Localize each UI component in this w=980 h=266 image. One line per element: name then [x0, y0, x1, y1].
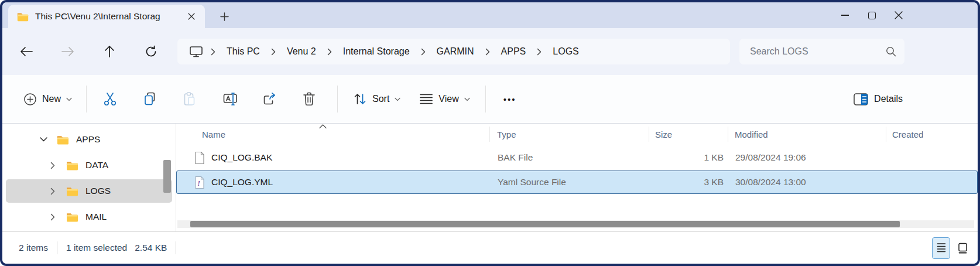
details-view-button[interactable] [932, 237, 950, 259]
details-button[interactable]: Details [848, 88, 909, 110]
trash-icon [302, 91, 316, 107]
sidebar-item-label: MAIL [85, 212, 107, 222]
selection-count: 1 item selected [66, 243, 127, 253]
rename-icon [221, 91, 238, 107]
sort-button[interactable]: Sort [346, 87, 407, 111]
yaml-file-icon: ! [194, 176, 205, 189]
sidebar-item-apps[interactable]: APPS [6, 128, 172, 151]
chevron-right-icon[interactable] [48, 213, 57, 221]
chevron-right-icon [205, 48, 221, 56]
view-label: View [438, 94, 458, 104]
minimize-icon [841, 15, 849, 16]
address-bar[interactable]: This PC Venu 2 Internal Storage GARMIN A… [177, 39, 730, 64]
folder-icon [16, 11, 29, 22]
copy-button[interactable] [130, 83, 170, 115]
sidebar-item-data[interactable]: DATA [6, 154, 172, 177]
share-button[interactable] [249, 83, 289, 115]
folder-icon [66, 160, 79, 171]
forward-button[interactable] [59, 42, 77, 62]
selection-size: 2.54 KB [135, 243, 167, 253]
chevron-right-icon[interactable] [48, 187, 57, 195]
new-tab-button[interactable] [217, 9, 232, 24]
back-icon [19, 46, 33, 57]
cut-button[interactable] [90, 83, 130, 115]
column-header-modified[interactable]: Modified [728, 124, 886, 145]
up-button[interactable] [101, 42, 118, 62]
new-label: New [42, 94, 61, 104]
refresh-icon [145, 45, 157, 58]
chevron-right-icon [480, 48, 495, 56]
horizontal-scrollbar[interactable] [177, 220, 974, 228]
svg-text:!: ! [197, 178, 200, 187]
search-icon[interactable] [886, 46, 896, 57]
sidebar-scrollbar[interactable] [163, 160, 171, 193]
column-header-type[interactable]: Type [490, 124, 649, 145]
view-icon [419, 93, 433, 105]
close-button[interactable] [885, 4, 912, 27]
chevron-right-icon [322, 48, 337, 56]
maximize-icon [868, 12, 876, 19]
file-size: 3 KB [650, 177, 729, 187]
chevron-down-icon[interactable] [39, 137, 48, 142]
rename-button[interactable] [210, 83, 249, 115]
file-name: CIQ_LOG.BAK [211, 152, 272, 163]
paste-button[interactable] [170, 83, 210, 115]
file-row-ciq-log-yml[interactable]: ! CIQ_LOG.YML Yaml Source File 3 KB 30/0… [176, 170, 978, 194]
file-icon [194, 151, 205, 165]
more-options-button[interactable]: ••• [495, 91, 525, 108]
explorer-tab[interactable]: This PC\Venu 2\Internal Storag [8, 5, 205, 28]
sidebar-item-label: DATA [85, 160, 108, 170]
delete-button[interactable] [289, 83, 329, 115]
cut-icon [102, 91, 118, 107]
items-count: 2 items [19, 243, 48, 253]
file-explorer-window: This PC\Venu 2\Internal Storag [0, 0, 980, 266]
column-header-created[interactable]: Created [886, 124, 978, 145]
list-header: Name Type Size Modified Created [176, 124, 978, 145]
details-view-icon [937, 243, 946, 253]
column-header-name[interactable]: Name [176, 124, 490, 145]
maximize-button[interactable] [858, 4, 885, 27]
sidebar-item-logs[interactable]: LOGS [6, 179, 172, 203]
file-type: BAK File [491, 152, 650, 163]
status-divider [57, 241, 57, 254]
column-header-size[interactable]: Size [649, 124, 728, 145]
tab-close-icon[interactable] [184, 9, 199, 24]
close-icon [895, 11, 903, 19]
details-label: Details [874, 94, 903, 104]
navigation-bar: This PC Venu 2 Internal Storage GARMIN A… [2, 28, 978, 75]
breadcrumb-this-pc[interactable]: This PC [223, 43, 263, 60]
tab-title: This PC\Venu 2\Internal Storag [35, 11, 178, 22]
breadcrumb-internal-storage[interactable]: Internal Storage [340, 43, 413, 60]
search-box[interactable] [739, 39, 904, 64]
view-toggle-group [932, 237, 972, 259]
back-button[interactable] [18, 42, 35, 62]
breadcrumb-venu2[interactable]: Venu 2 [283, 43, 320, 60]
window-controls [831, 2, 978, 28]
this-pc-icon[interactable] [189, 45, 203, 58]
copy-icon [142, 91, 157, 107]
file-row-ciq-log-bak[interactable]: CIQ_LOG.BAK BAK File 1 KB 29/08/2024 19:… [176, 146, 978, 169]
paste-icon [182, 91, 197, 107]
details-panel-icon [854, 93, 868, 105]
chevron-down-icon [395, 97, 400, 101]
breadcrumb-logs[interactable]: LOGS [549, 43, 582, 60]
chevron-right-icon[interactable] [48, 162, 57, 169]
search-input[interactable] [750, 46, 886, 57]
view-button[interactable]: View [412, 88, 477, 110]
thumbnail-view-icon [958, 243, 968, 254]
file-list-pane: Name Type Size Modified Created CIQ_LOG.… [176, 124, 978, 231]
breadcrumb-garmin[interactable]: GARMIN [433, 43, 478, 60]
sidebar-tree: APPS DATA LOGS [2, 124, 176, 231]
thumbnail-view-button[interactable] [954, 237, 972, 259]
minimize-button[interactable] [831, 4, 858, 27]
sidebar-item-mail[interactable]: MAIL [6, 205, 172, 229]
new-button[interactable]: New [18, 88, 78, 111]
horizontal-scrollbar-thumb[interactable] [190, 221, 900, 227]
sidebar-item-label: APPS [76, 134, 100, 145]
titlebar: This PC\Venu 2\Internal Storag [2, 2, 978, 28]
breadcrumb-apps[interactable]: APPS [498, 43, 530, 60]
command-toolbar: New [2, 75, 978, 124]
chevron-down-icon [66, 97, 72, 101]
refresh-button[interactable] [142, 42, 160, 62]
file-size: 1 KB [650, 152, 729, 163]
